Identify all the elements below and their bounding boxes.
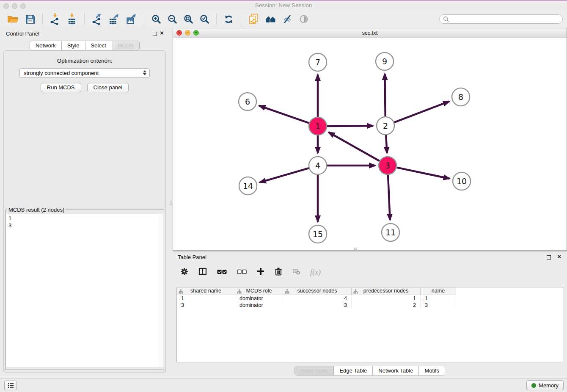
toolbar-separator (216, 14, 217, 25)
node-14[interactable]: 14 (239, 177, 257, 195)
export-network-icon (91, 13, 102, 25)
export-table-button[interactable] (108, 13, 120, 25)
export-network-button[interactable] (91, 13, 102, 25)
run-mcds-button[interactable]: Run MCDS (41, 83, 81, 92)
panel-splitter[interactable] (169, 28, 173, 378)
table-tab-network-table[interactable]: Network Table (373, 366, 419, 375)
node-table-header: shared nameMCDS rolesuccessor nodesprede… (177, 287, 563, 295)
node-label: 1 (315, 121, 320, 131)
node-15[interactable]: 15 (309, 225, 327, 243)
toggle-graphics-details-button[interactable] (282, 14, 293, 24)
result-scrollbar[interactable] (158, 214, 163, 367)
edge-3-11[interactable] (388, 175, 390, 220)
node-7[interactable]: 7 (309, 53, 327, 71)
edge-2-3[interactable] (386, 135, 387, 153)
control-panel-title: Control Panel (6, 30, 39, 37)
column-header-predecessor-nodes[interactable]: predecessor nodes (352, 287, 421, 295)
table-row[interactable]: 3dominator323 (177, 302, 563, 309)
table-tab-node-table[interactable]: Node Table (295, 366, 334, 375)
cell-name: 1 (421, 295, 456, 302)
node-table-body: 1dominator4113dominator323 (177, 295, 563, 309)
function-builder-button[interactable]: f(x) (310, 268, 321, 277)
import-network-icon (50, 13, 61, 25)
edge-3-1[interactable] (328, 132, 380, 161)
deselect-all-button[interactable] (237, 268, 247, 276)
table-panel-close-button[interactable]: × (557, 253, 561, 260)
delete-columns-button[interactable] (275, 267, 282, 277)
add-column-button[interactable] (257, 268, 264, 277)
node-2[interactable]: 2 (377, 117, 394, 135)
edge-3-10[interactable] (397, 168, 450, 179)
zoom-out-button[interactable] (167, 14, 177, 24)
new-network-from-selection-button[interactable] (248, 14, 259, 25)
node-8[interactable]: 8 (452, 88, 470, 106)
cell-shared-name: 1 (177, 295, 235, 302)
import-network-button[interactable] (50, 13, 61, 25)
cell-predecessor-nodes: 2 (352, 302, 421, 309)
delete-table-button[interactable] (292, 268, 300, 276)
table-settings-button[interactable] (180, 268, 188, 277)
edge-2-8[interactable] (394, 101, 449, 122)
search-box[interactable] (439, 14, 563, 24)
first-neighbors-button[interactable] (265, 14, 276, 24)
node-9[interactable]: 9 (376, 52, 394, 70)
node-6[interactable]: 6 (239, 93, 256, 110)
column-header-successor-nodes[interactable]: successor nodes (283, 287, 352, 295)
table-panel-float-button[interactable] (547, 255, 551, 259)
control-panel: Control Panel × NetworkStyleSelectMCDS O… (0, 28, 169, 378)
show-panels-button[interactable] (4, 381, 17, 390)
table-row[interactable]: 1dominator411 (177, 295, 563, 302)
select-all-button[interactable] (217, 268, 227, 276)
edge-1-2[interactable] (327, 126, 373, 126)
network-window-titlebar[interactable]: × − + scc.txt (173, 28, 567, 38)
toggle-columns-button[interactable] (198, 268, 207, 277)
zoom-in-button[interactable] (151, 14, 161, 24)
export-image-button[interactable] (126, 13, 137, 25)
table-tab-edge-table[interactable]: Edge Table (334, 366, 373, 375)
splitter-handle[interactable] (170, 201, 172, 205)
cell-name: 3 (421, 302, 456, 309)
close-panel-button[interactable]: Close panel (87, 83, 129, 92)
zoom-fit-button[interactable] (183, 14, 193, 24)
column-header-shared-name[interactable]: shared name (177, 287, 235, 295)
node-label: 8 (458, 92, 463, 102)
open-session-button[interactable] (7, 14, 19, 25)
table-toolbar: f(x) (180, 265, 321, 280)
edge-2-9[interactable] (385, 74, 385, 116)
eye-icon (299, 14, 309, 24)
zoom-selected-button[interactable] (199, 14, 209, 24)
column-header-name[interactable]: name (421, 287, 456, 295)
tab-mcds[interactable]: MCDS (112, 41, 139, 50)
save-session-button[interactable] (25, 14, 36, 25)
mcds-panel: Optimization criterion: strongly connect… (3, 50, 166, 373)
control-panel-close-button[interactable]: × (160, 29, 164, 36)
cell-shared-name: 3 (177, 302, 235, 309)
node-1[interactable]: 1 (309, 117, 327, 135)
main-toolbar (0, 11, 567, 27)
tab-network[interactable]: Network (30, 41, 62, 50)
unchecked-boxes-icon (237, 269, 247, 274)
mcds-result-list[interactable]: 1 3 (6, 214, 163, 367)
table-tab-motifs[interactable]: Motifs (419, 366, 445, 375)
apply-layout-button[interactable] (223, 14, 234, 25)
column-header-MCDS-role[interactable]: MCDS role (235, 287, 283, 295)
graphics-details-button[interactable] (299, 14, 309, 24)
toolbar-separator (144, 14, 144, 25)
optimization-select[interactable]: strongly connected component (19, 68, 150, 78)
node-10[interactable]: 10 (453, 172, 471, 190)
node-3[interactable]: 3 (379, 157, 396, 174)
node-11[interactable]: 11 (382, 224, 399, 241)
search-input[interactable] (451, 16, 559, 23)
tab-style[interactable]: Style (62, 41, 85, 50)
network-canvas[interactable]: 1234678910111415 (173, 38, 567, 250)
edge-1-6[interactable] (259, 106, 309, 123)
node-4[interactable]: 4 (309, 157, 327, 174)
import-table-button[interactable] (66, 13, 77, 25)
export-image-icon (126, 13, 137, 25)
control-panel-float-button[interactable] (153, 32, 157, 36)
edge-4-14[interactable] (260, 168, 309, 182)
horizontal-splitter-handle[interactable] (354, 248, 357, 250)
app-titlebar: Session: New Session (0, 0, 567, 12)
memory-button[interactable]: Memory (526, 380, 564, 390)
tab-select[interactable]: Select (85, 41, 112, 50)
